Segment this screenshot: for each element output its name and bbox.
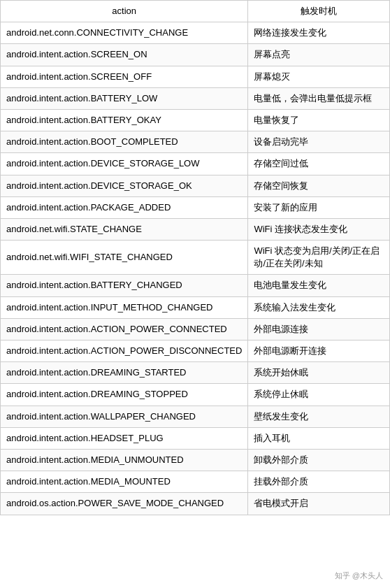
cell-action: android.intent.action.DEVICE_STORAGE_OK [1,175,248,196]
cell-action: android.intent.action.SCREEN_ON [1,44,248,66]
cell-trigger: 挂载外部介质 [248,471,390,493]
cell-trigger: 屏幕熄灭 [248,66,390,87]
table-row: android.intent.action.BATTERY_CHANGED电池电… [1,275,390,296]
table-row: android.intent.action.HEADSET_PLUG插入耳机 [1,427,390,449]
cell-action: android.intent.action.ACTION_POWER_CONNE… [1,318,248,340]
cell-action: android.intent.action.DREAMING_STOPPED [1,384,248,406]
cell-action: android.intent.action.BATTERY_CHANGED [1,275,248,296]
cell-trigger: WiFi 连接状态发生变化 [248,218,390,240]
cell-trigger: 省电模式开启 [248,493,390,515]
table-header-row: action 触发时机 [1,1,390,22]
table-row: android.intent.action.BATTERY_LOW电量低，会弹出… [1,87,390,109]
table-row: android.intent.action.MEDIA_MOUNTED挂载外部介… [1,471,390,493]
cell-trigger: 存储空间过低 [248,153,390,175]
cell-trigger: 插入耳机 [248,427,390,449]
cell-trigger: 存储空间恢复 [248,175,390,196]
table-row: android.intent.action.ACTION_POWER_CONNE… [1,318,390,340]
table-row: android.net.wifi.WIFI_STATE_CHANGEDWiFi … [1,241,390,275]
table-row: android.os.action.POWER_SAVE_MODE_CHANGE… [1,493,390,515]
cell-action: android.net.wifi.WIFI_STATE_CHANGED [1,241,248,275]
cell-action: android.intent.action.MEDIA_MOUNTED [1,471,248,493]
cell-trigger: 系统输入法发生变化 [248,296,390,318]
cell-trigger: 电池电量发生变化 [248,275,390,296]
table-row: android.intent.action.SCREEN_OFF屏幕熄灭 [1,66,390,87]
cell-trigger: 外部电源连接 [248,318,390,340]
cell-action: android.intent.action.BATTERY_OKAY [1,109,248,131]
cell-trigger: 电量低，会弹出电量低提示框 [248,87,390,109]
table-row: android.intent.action.PACKAGE_ADDED安装了新的… [1,196,390,218]
table-row: android.net.conn.CONNECTIVITY_CHANGE网络连接… [1,22,390,44]
watermark: 知乎 @木头人 [335,571,383,581]
table-row: android.intent.action.DEVICE_STORAGE_OK存… [1,175,390,196]
cell-trigger: 壁纸发生变化 [248,406,390,427]
table-row: android.intent.action.BOOT_COMPLETED设备启动… [1,131,390,153]
main-container: action 触发时机 android.net.conn.CONNECTIVIT… [0,0,390,515]
table-row: android.intent.action.ACTION_POWER_DISCO… [1,340,390,362]
table-row: android.intent.action.DREAMING_STARTED系统… [1,362,390,384]
cell-action: android.intent.action.INPUT_METHOD_CHANG… [1,296,248,318]
cell-action: android.intent.action.DREAMING_STARTED [1,362,248,384]
cell-trigger: 设备启动完毕 [248,131,390,153]
cell-trigger: 系统开始休眠 [248,362,390,384]
cell-action: android.net.wifi.STATE_CHANGE [1,218,248,240]
table-row: android.net.wifi.STATE_CHANGEWiFi 连接状态发生… [1,218,390,240]
cell-action: android.intent.action.BATTERY_LOW [1,87,248,109]
table-row: android.intent.action.DREAMING_STOPPED系统… [1,384,390,406]
table-row: android.intent.action.BATTERY_OKAY电量恢复了 [1,109,390,131]
cell-action: android.net.conn.CONNECTIVITY_CHANGE [1,22,248,44]
cell-trigger: WiFi 状态变为启用/关闭/正在启动/正在关闭/未知 [248,241,390,275]
table-row: android.intent.action.SCREEN_ON屏幕点亮 [1,44,390,66]
header-trigger: 触发时机 [248,1,390,22]
cell-trigger: 电量恢复了 [248,109,390,131]
cell-action: android.intent.action.HEADSET_PLUG [1,427,248,449]
cell-action: android.os.action.POWER_SAVE_MODE_CHANGE… [1,493,248,515]
broadcast-table: action 触发时机 android.net.conn.CONNECTIVIT… [0,0,390,515]
table-row: android.intent.action.MEDIA_UNMOUNTED卸载外… [1,449,390,471]
cell-trigger: 屏幕点亮 [248,44,390,66]
cell-trigger: 卸载外部介质 [248,449,390,471]
cell-action: android.intent.action.SCREEN_OFF [1,66,248,87]
table-row: android.intent.action.WALLPAPER_CHANGED壁… [1,406,390,427]
cell-action: android.intent.action.DEVICE_STORAGE_LOW [1,153,248,175]
cell-action: android.intent.action.ACTION_POWER_DISCO… [1,340,248,362]
cell-trigger: 外部电源断开连接 [248,340,390,362]
cell-trigger: 系统停止休眠 [248,384,390,406]
cell-action: android.intent.action.WALLPAPER_CHANGED [1,406,248,427]
cell-action: android.intent.action.BOOT_COMPLETED [1,131,248,153]
cell-action: android.intent.action.MEDIA_UNMOUNTED [1,449,248,471]
cell-action: android.intent.action.PACKAGE_ADDED [1,196,248,218]
cell-trigger: 网络连接发生变化 [248,22,390,44]
table-row: android.intent.action.INPUT_METHOD_CHANG… [1,296,390,318]
cell-trigger: 安装了新的应用 [248,196,390,218]
table-row: android.intent.action.DEVICE_STORAGE_LOW… [1,153,390,175]
header-action: action [1,1,248,22]
